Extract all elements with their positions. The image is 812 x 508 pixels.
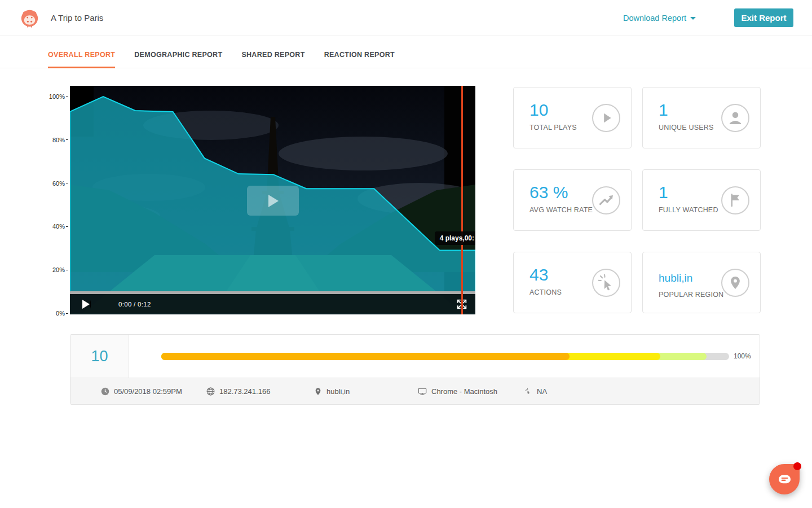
y-axis-label: 40%	[52, 223, 68, 230]
exit-report-button[interactable]: Exit Report	[734, 8, 793, 27]
tab-demographic-report[interactable]: DEMOGRAPHIC REPORT	[134, 51, 222, 68]
meta-text: 182.73.241.166	[219, 387, 270, 396]
stat-card-actions: 43 ACTIONS	[513, 252, 632, 313]
clock-icon	[101, 387, 109, 396]
stat-card-fully-watched: 1 FULLY WATCHED	[642, 169, 761, 231]
viewer-meta-row: 05/09/2018 02:59PM 182.73.241.166 hubli,…	[70, 378, 760, 404]
play-button[interactable]	[82, 300, 91, 309]
watch-bar-segment	[161, 353, 570, 360]
y-axis-label: 80%	[52, 137, 68, 143]
stat-card-popular-region: hubli,in POPULAR REGION	[642, 252, 761, 313]
download-report-link[interactable]: Download Report	[623, 0, 696, 36]
user-icon	[722, 104, 748, 132]
location-pin-icon	[314, 387, 322, 396]
stat-card-avg-watch-rate: 63 % AVG WATCH RATE	[513, 169, 632, 231]
monitor-icon	[418, 387, 427, 396]
meta-text: NA	[537, 387, 547, 396]
stats-grid: 10 TOTAL PLAYS 1 UNIQUE USERS 63 % AVG W…	[513, 87, 761, 313]
stat-card-unique-users: 1 UNIQUE USERS	[642, 87, 761, 148]
meta-text: 05/09/2018 02:59PM	[114, 387, 182, 396]
click-icon	[593, 269, 619, 296]
watch-progress-bar	[161, 353, 729, 360]
playhead-marker[interactable]	[461, 86, 463, 314]
viewer-bar-row: 10 100%	[70, 335, 760, 378]
meta-timestamp: 05/09/2018 02:59PM	[101, 378, 182, 405]
meta-ip-address: 182.73.241.166	[206, 378, 270, 405]
big-play-button[interactable]	[247, 186, 299, 216]
chat-bubble-icon	[778, 474, 792, 485]
app-header: A Trip to Paris Download Report Exit Rep…	[0, 0, 812, 36]
chevron-down-icon	[690, 17, 696, 20]
video-player[interactable]: 4 plays,00: 0:00 / 0:12	[70, 86, 475, 314]
meta-location: hubli,in	[314, 378, 350, 405]
meta-text: hubli,in	[326, 387, 350, 396]
graph-tooltip: 4 plays,00:	[435, 231, 475, 245]
meta-text: Chrome - Macintosh	[431, 387, 497, 396]
y-axis-label: 20%	[52, 266, 68, 273]
tab-shared-report[interactable]: SHARED REPORT	[241, 51, 304, 68]
player-control-bar: 0:00 / 0:12	[70, 294, 475, 314]
page-title: A Trip to Paris	[51, 0, 103, 36]
viewer-play-count: 10	[70, 335, 129, 378]
click-icon	[524, 387, 532, 396]
viewer-row-card: 10 100% 05/09/2018 02:59PM 182.73.241.16…	[70, 334, 760, 405]
tab-reaction-report[interactable]: REACTION REPORT	[324, 51, 395, 68]
globe-icon	[206, 387, 215, 396]
tab-overall-report[interactable]: OVERALL REPORT	[48, 51, 115, 68]
y-axis-label: 0%	[56, 310, 68, 317]
play-icon	[593, 104, 619, 132]
meta-browser-os: Chrome - Macintosh	[418, 378, 497, 405]
hippo-video-logo-icon	[20, 9, 39, 28]
stat-card-total-plays: 10 TOTAL PLAYS	[513, 87, 632, 148]
notification-dot	[793, 462, 801, 470]
trending-up-icon	[593, 187, 619, 214]
y-axis-label: 60%	[52, 180, 68, 187]
download-report-label: Download Report	[623, 0, 686, 36]
meta-actions: NA	[524, 378, 547, 405]
play-icon	[268, 195, 279, 207]
y-axis-label: 100%	[49, 93, 68, 100]
report-tabs: OVERALL REPORT DEMOGRAPHIC REPORT SHARED…	[0, 36, 812, 68]
location-pin-icon	[722, 269, 748, 296]
watch-percent-label: 100%	[734, 353, 751, 360]
engagement-y-axis: 100%80%60%40%20%0%	[0, 86, 68, 314]
chat-widget-button[interactable]	[769, 464, 800, 494]
flag-icon	[722, 187, 748, 214]
time-display: 0:00 / 0:12	[118, 294, 151, 314]
